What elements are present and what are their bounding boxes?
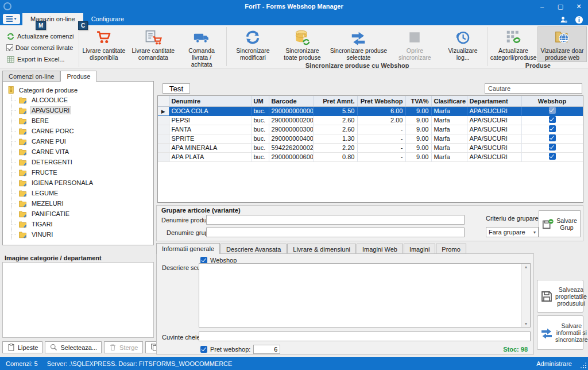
col-header[interactable]: Pret Webshop [357,96,405,106]
stock-badge: Stoc: 98 [503,346,528,353]
webshop-checkbox[interactable] [549,107,556,114]
tab-imagini-web[interactable]: Imagini Web [357,244,403,254]
window-title: ForIT - Forms Webshop Manager [0,3,588,10]
denumire-grup-label: Denumire grup: [167,229,210,236]
tree-item[interactable]: CARNE PUI [11,136,151,147]
table-row[interactable]: APA PLATAbuc.2900000006003 0.80-9.00 Mar… [158,152,583,161]
scroll-down-icon[interactable]: ▼ [524,322,528,326]
tree-item[interactable]: PANIFICATIE [11,209,151,219]
livrare-cantitate-comandata-button[interactable]: Livrare cantitate comandata [129,26,178,69]
maximize-button[interactable]: ▢ [551,0,570,13]
app-menu-button[interactable]: ▾ [3,14,20,24]
trash-icon [109,343,117,352]
folder-edit-icon [18,96,28,105]
tree-item[interactable]: ALCOOLICE [11,95,151,105]
sincronizare-modificari-button[interactable]: Sincronizare modificari [228,26,277,62]
catalog-icon [6,86,16,94]
col-header[interactable]: Webshop [521,96,583,106]
tree-item-selected[interactable]: APA/SUCURI [11,105,151,115]
selecteaza-button[interactable]: Selecteaza... [45,341,102,353]
oprire-sincronizare-button[interactable]: Oprire sincronizare [390,26,439,62]
user-settings-icon[interactable] [559,16,568,24]
webshop-checkbox[interactable] [549,116,556,123]
col-header[interactable]: UM [251,96,269,106]
tree-item[interactable]: CARNE VITA [11,147,151,157]
actualizare-comenzi-button[interactable]: Actualizare comenzi [5,31,75,41]
col-header[interactable]: TVA% [405,96,431,106]
vizualizare-log-button[interactable]: Vizualizare log... [439,26,486,62]
webshop-checkbox[interactable] [549,134,556,141]
tab-informatii-generale[interactable]: Informatii generale [156,243,220,254]
tab-imagini[interactable]: Imagini [404,244,435,254]
tree-item[interactable]: IGIENA PERSONALA [11,178,151,188]
table-row[interactable]: FANTAbuc.2900000003002 2.60-9.00 MarfaAP… [158,125,583,134]
webshop-checkbox[interactable] [549,153,556,160]
test-button[interactable]: Test [163,83,190,94]
col-header[interactable]: Barcode [269,96,313,106]
table-row[interactable]: APA MINERALAbuc.5942262000020 2.20-9.00 … [158,143,583,152]
livrare-cantitate-disponibila-button[interactable]: Livrare cantitate disponibila [79,26,129,69]
col-header[interactable]: Departament [467,96,521,106]
tree-item[interactable]: FRUCTE [11,167,151,178]
salvare-grup-button[interactable]: Salvare Grup [539,210,581,237]
minimize-button[interactable]: – [533,0,551,13]
left-tab-produse[interactable]: Produse [60,71,96,82]
webshop-checkbox[interactable] [549,125,556,132]
criteriu-grupare-dropdown[interactable]: Fara grupare ▾ [486,227,539,237]
sincronizare-selectate-button[interactable]: Sincronizare produse selectate [327,26,390,62]
tab-magazin-online[interactable]: Magazin on-line [22,13,83,25]
products-panel: Test Denumire UM Barcode Pret Amnt. Pret… [156,68,583,357]
tree-item[interactable]: MEZELURI [11,198,151,209]
tree-item[interactable]: DETERGENTI [11,157,151,167]
col-header[interactable]: Clasificare [431,96,467,106]
folder-globe-icon [554,29,571,46]
salveaza-proprietati-button[interactable]: Salveaza proprietatile produsului [537,280,583,313]
pret-webshop-field[interactable]: Pret webshop: [200,345,280,354]
status-orders: Comenzi: 5 [6,360,38,367]
doar-comenzi-livrate-checkbox[interactable]: Doar comenzi livrate [5,43,75,53]
tree-root[interactable]: Categorii de produse [6,85,151,95]
tab-descriere-avansata[interactable]: Descriere Avansata [220,244,287,254]
scrollbar[interactable]: ▲ ▼ [521,264,530,327]
folder-edit-icon [18,199,28,208]
status-bar: Comenzi: 5 Server: .\SQLEXPRESS. Dosar: … [0,357,588,370]
table-row[interactable]: SPRITEbuc.2900000004009 1.30-9.00 MarfaA… [158,134,583,143]
tab-livrare-dimensiuni[interactable]: Livrare & dimensiuni [287,244,356,254]
scroll-up-icon[interactable]: ▲ [524,265,528,269]
table-row[interactable]: ▶ COCA COLAbuc.2900000000001 5.506.009.0… [158,106,583,115]
col-header[interactable]: Denumire [169,96,251,106]
tab-configurare[interactable]: Configurare [83,13,132,25]
category-image-box[interactable] [2,262,154,338]
pret-webshop-input[interactable] [253,345,280,354]
vizualizare-doar-produse-web-button[interactable]: Vizualizare doar produse web [537,26,587,62]
folder-edit-icon [18,148,28,156]
denumire-grup-input[interactable] [206,228,465,237]
cart-icon [95,29,113,46]
tree-item[interactable]: BERE [11,115,151,126]
tree-item[interactable]: VINURI [11,229,151,240]
tree-item[interactable]: LEGUME [11,188,151,198]
title-bar: ForIT - Forms Webshop Manager – ▢ ✕ [0,0,588,13]
ribbon: Actualizare comenzi Doar comenzi livrate… [0,25,588,68]
sincronizare-toate-button[interactable]: Sincronizare toate produse [277,26,327,62]
comanda-livrata-button[interactable]: Comanda livrata / achitata [178,26,226,69]
salvare-sincronizare-button[interactable]: Salvare informatii si sincronizare [537,315,583,350]
tree-item[interactable]: TIGARI [11,219,151,229]
tree-item[interactable]: CARNE PORC [11,126,151,136]
table-row[interactable]: PEPSIbuc.2900000002005 2.602.009.00 Marf… [158,115,583,125]
descriere-scurta-textarea[interactable]: ▲ ▼ [199,263,531,327]
search-input[interactable] [485,83,582,94]
left-tab-comenzi[interactable]: Comenzi on-line [2,71,60,82]
sterge-button[interactable]: Sterge [104,341,142,353]
actualizare-categorii-button[interactable]: Actualizare categorii/produse [489,26,537,62]
lipeste-button[interactable]: Lipeste [2,341,42,353]
denumire-produs-input[interactable] [206,215,465,225]
info-icon[interactable] [575,16,583,24]
webshop-checkbox[interactable] [549,144,556,151]
resize-grip[interactable] [581,363,586,368]
close-button[interactable]: ✕ [570,0,588,13]
tab-promo[interactable]: Promo [436,244,466,254]
export-excel-button[interactable]: Export in Excel... [5,54,75,64]
cuvinte-cheie-input[interactable] [199,332,531,341]
col-header[interactable]: Pret Amnt. [313,96,357,106]
